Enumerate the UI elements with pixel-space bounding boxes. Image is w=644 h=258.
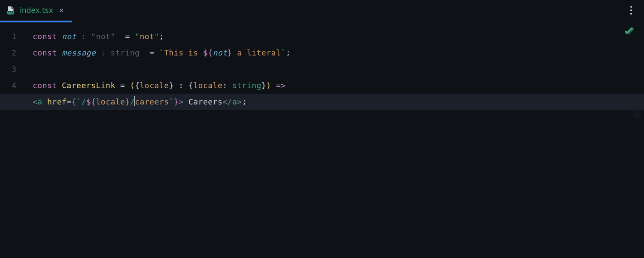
code-token (115, 32, 125, 41)
code-token: string (232, 81, 261, 90)
code-token: ) (266, 81, 271, 90)
code-token: : (96, 48, 110, 57)
code-token (57, 48, 62, 57)
code-token: a (37, 97, 42, 106)
code-token: const (33, 81, 57, 90)
code-token (125, 81, 130, 90)
tsx-file-icon: TSX (6, 6, 15, 15)
code-token: } (174, 97, 179, 106)
code-token: careers (135, 97, 169, 106)
code-token: not (140, 32, 154, 41)
code-token: " (135, 32, 140, 41)
code-token: a (232, 97, 237, 106)
tab-actions (627, 0, 644, 21)
code-token: CareersLink (62, 81, 115, 90)
code-token: string (110, 48, 140, 57)
minimap[interactable] (633, 107, 641, 118)
code-token: } (261, 81, 266, 90)
code-token: ( (130, 81, 135, 90)
code-token: ` (76, 97, 81, 106)
code-token: > (237, 97, 242, 106)
code-token (228, 81, 232, 90)
code-token: ; (242, 97, 247, 106)
line-number: 3 (0, 61, 26, 77)
code-token (140, 48, 149, 57)
code-token: : (179, 81, 183, 90)
code-token: const (33, 48, 57, 57)
code-token: ; (159, 32, 164, 41)
code-token: locale (193, 81, 222, 90)
code-token: "not" (91, 32, 115, 41)
code-token: ` (281, 48, 286, 57)
code-token: = (67, 97, 71, 106)
code-token (115, 81, 120, 90)
code-token (184, 81, 188, 90)
tab-close-button[interactable]: × (58, 6, 66, 15)
code-token: not (62, 32, 76, 41)
code-token: ` (159, 48, 164, 57)
code-token: { (135, 81, 140, 90)
line-number: 1 (0, 28, 26, 45)
code-token: message (62, 48, 96, 57)
code-token: Careers (188, 97, 222, 106)
code-token: } (228, 48, 232, 57)
code-token: ` (169, 97, 174, 106)
code-token: : (222, 81, 227, 90)
code-token: = (120, 81, 125, 90)
code-token (130, 32, 135, 41)
line-number-gutter: 12345 (0, 28, 26, 258)
code-token: ${ (203, 48, 213, 57)
code-token: => (276, 81, 286, 90)
code-token: { (188, 81, 193, 90)
code-token: } (125, 97, 130, 106)
code-token (57, 81, 62, 90)
code-token: " (154, 32, 159, 41)
code-token: = (149, 48, 154, 57)
code-token: < (33, 97, 37, 106)
code-token: href (47, 97, 67, 106)
code-area[interactable]: const not : "not" = "not";const message … (26, 28, 644, 258)
tab-filename: index.tsx (20, 6, 53, 15)
code-token: ${ (86, 97, 96, 106)
code-token: This is (164, 48, 203, 57)
tab-index-tsx[interactable]: TSX index.tsx × (0, 0, 72, 21)
code-token (43, 97, 47, 106)
code-line[interactable]: const message : string = `This is ${not}… (26, 45, 644, 61)
editor[interactable]: 12345 const not : "not" = "not";const me… (0, 21, 644, 258)
more-actions-icon[interactable] (627, 4, 635, 16)
code-token: : (76, 32, 91, 41)
code-token: locale (96, 97, 125, 106)
line-number: 4 (0, 77, 26, 94)
code-token: = (125, 32, 130, 41)
code-token: } (169, 81, 174, 90)
svg-text:TSX: TSX (8, 11, 13, 14)
code-token (271, 81, 276, 90)
code-token: a literal (232, 48, 281, 57)
code-token: const (33, 32, 57, 41)
code-token (57, 32, 62, 41)
code-line[interactable]: const CareersLink = ({locale} : {locale:… (26, 77, 644, 94)
code-token: > (179, 97, 183, 106)
code-token: { (72, 97, 76, 106)
tab-bar: TSX index.tsx × (0, 0, 644, 21)
code-token: ; (286, 48, 291, 57)
code-line[interactable]: const not : "not" = "not"; (26, 28, 644, 45)
code-line[interactable]: <a href={`/${locale}/careers`}> Careers<… (0, 94, 644, 110)
code-token: locale (140, 81, 169, 90)
code-token (184, 97, 188, 106)
code-line[interactable] (26, 61, 644, 77)
line-number: 2 (0, 45, 26, 61)
code-token: not (213, 48, 228, 57)
code-token (174, 81, 179, 90)
code-token: </ (222, 97, 232, 106)
code-token: / (81, 97, 86, 106)
code-token (154, 48, 159, 57)
